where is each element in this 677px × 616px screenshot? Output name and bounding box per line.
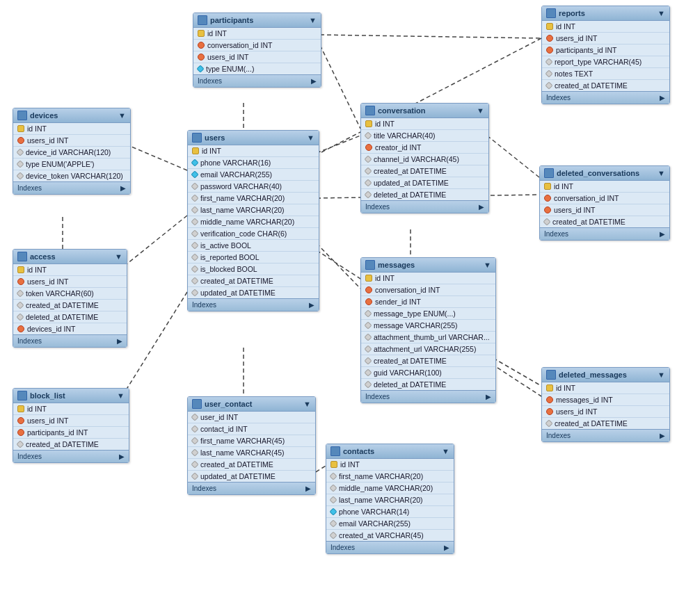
dropdown-arrow-conversation[interactable]: ▼ [477,106,484,115]
plain-icon [329,496,337,503]
fk-icon [365,286,372,293]
table-indexes-deleted-messages[interactable]: Indexes ▶ [542,429,669,441]
table-indexes-conversation[interactable]: Indexes ▶ [361,200,488,213]
table-row: id INT [13,123,130,135]
table-users[interactable]: users ▼ id INT phone VARCHAR(16) email V… [187,130,319,311]
table-row: attachment_thumb_url VARCHAR... [361,332,495,343]
table-row: is_reported BOOL [188,252,319,264]
table-indexes-contacts[interactable]: Indexes ▶ [326,541,454,553]
table-row: phone VARCHAR(14) [326,506,454,518]
table-indexes-participants[interactable]: Indexes ▶ [193,74,321,87]
dropdown-arrow-block-list[interactable]: ▼ [117,391,125,400]
fk-icon [544,195,551,202]
table-deleted-conversations[interactable]: deleted_conversations ▼ id INT conversat… [539,165,670,241]
table-contacts[interactable]: contacts ▼ id INT first_name VARCHAR(20)… [326,444,454,554]
table-header-deleted-messages: deleted_messages ▼ [542,368,669,382]
dropdown-arrow-deleted-conversations[interactable]: ▼ [658,169,665,177]
plain-icon [191,182,198,190]
table-row: first_name VARCHAR(20) [188,193,319,204]
table-participants[interactable]: participants ▼ id INT conversation_id IN… [193,13,321,88]
fk-icon [198,42,205,49]
table-row: id INT [326,459,454,471]
table-row: created_at DATETIME [361,355,495,367]
plain-icon [191,206,198,213]
table-icon-deleted-conversations [544,168,554,178]
key-icon [546,384,553,391]
table-body-messages: id INT conversation_id INT sender_id INT… [361,273,495,390]
plain-icon [364,380,372,388]
table-row: email VARCHAR(255) [188,169,319,181]
key-icon [546,23,553,30]
table-row: id INT [361,118,488,130]
table-row: attachment_url VARCHAR(255) [361,343,495,355]
dropdown-arrow-user-contact[interactable]: ▼ [303,400,311,408]
table-row: users_id INT [193,51,321,63]
plain-icon [191,218,198,225]
indexes-arrow: ▶ [305,485,311,492]
table-indexes-block-list[interactable]: Indexes ▶ [13,450,129,462]
fk-icon [365,144,372,151]
table-block-list[interactable]: block_list ▼ id INT users_id INT partici… [13,388,129,463]
table-row: users_id INT [13,276,127,288]
table-indexes-user-contact[interactable]: Indexes ▶ [188,482,315,494]
table-indexes-access[interactable]: Indexes ▶ [13,334,127,347]
table-title-contacts: contacts [343,447,374,455]
table-reports[interactable]: reports ▼ id INT users_id INT participan… [541,6,670,104]
plain-icon [329,519,337,527]
table-indexes-messages[interactable]: Indexes ▶ [361,390,495,403]
plain-icon [329,531,337,539]
table-header-contacts: contacts ▼ [326,444,454,459]
dropdown-arrow-messages[interactable]: ▼ [484,261,491,269]
fk-icon [546,396,553,403]
table-body-participants: id INT conversation_id INT users_id INT … [193,28,321,74]
plain-icon [545,58,552,65]
plain-icon [191,472,198,480]
table-messages[interactable]: messages ▼ id INT conversation_id INT se… [360,257,496,403]
table-row: message_type ENUM(...) [361,308,495,320]
dropdown-arrow-devices[interactable]: ▼ [118,111,126,120]
table-row: users_id INT [13,415,129,427]
dropdown-arrow-deleted-messages[interactable]: ▼ [658,371,665,379]
table-row: created_at DATETIME [13,439,129,450]
table-row: updated_at DATETIME [361,177,488,189]
dropdown-arrow-participants[interactable]: ▼ [309,16,317,24]
dropdown-arrow-users[interactable]: ▼ [307,133,314,142]
table-title-conversation: conversation [378,106,425,115]
table-row: participants_id INT [542,44,669,56]
indexes-arrow: ▶ [660,230,665,238]
dropdown-arrow-reports[interactable]: ▼ [658,9,665,17]
table-indexes-reports[interactable]: Indexes ▶ [542,91,669,104]
table-row: phone VARCHAR(16) [188,157,319,169]
dropdown-arrow-contacts[interactable]: ▼ [442,447,449,455]
table-icon-deleted-messages [546,370,556,380]
table-conversation[interactable]: conversation ▼ id INT title VARCHAR(40) … [360,103,489,213]
table-indexes-deleted-conversations[interactable]: Indexes ▶ [540,227,669,240]
table-devices[interactable]: devices ▼ id INT users_id INT device_id … [13,108,131,195]
table-user-contact[interactable]: user_contact ▼ user_id INT contact_id IN… [187,396,316,495]
table-indexes-devices[interactable]: Indexes ▶ [13,181,130,194]
table-row: updated_at DATETIME [188,287,319,298]
key-icon [198,30,205,37]
indexes-arrow: ▶ [660,432,665,439]
table-deleted-messages[interactable]: deleted_messages ▼ id INT messages_id IN… [541,367,670,442]
plain-icon [364,368,372,376]
table-row: created_at DATETIME [540,216,669,227]
plain-icon [191,425,198,432]
svg-line-4 [317,136,360,153]
table-title-block-list: block_list [30,391,65,400]
table-indexes-users[interactable]: Indexes ▶ [188,298,319,311]
plain-icon [545,70,552,77]
table-icon-block-list [17,391,27,400]
plain-icon [364,333,372,341]
table-row: deleted_at DATETIME [13,311,127,323]
plain-icon [191,229,198,237]
plain-icon [364,345,372,352]
table-access[interactable]: access ▼ id INT users_id INT token VARCH… [13,249,127,348]
plain-icon [364,321,372,329]
unique-icon [191,159,198,166]
plain-icon [364,191,372,198]
dropdown-arrow-access[interactable]: ▼ [115,252,122,261]
table-body-deleted-messages: id INT messages_id INT users_id INT crea… [542,382,669,429]
table-row: id INT [542,21,669,33]
table-row: is_blocked BOOL [188,264,319,275]
